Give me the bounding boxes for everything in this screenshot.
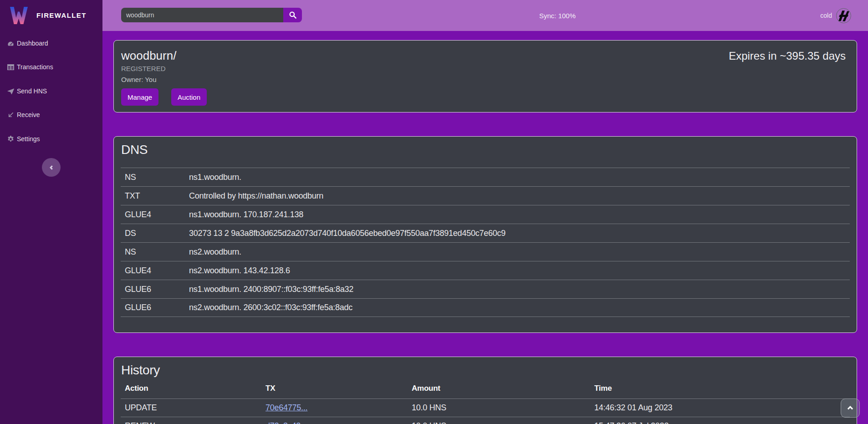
history-col-amount: Amount [412, 384, 594, 393]
dns-record-value: ns1.woodburn. [189, 173, 850, 182]
sidebar-collapse-button[interactable] [42, 158, 61, 177]
sidebar-item-transactions[interactable]: Transactions [7, 61, 53, 72]
chevron-up-icon [845, 403, 855, 413]
sidebar-item-settings[interactable]: Settings [7, 133, 40, 144]
history-time: 15:47:36 07 Jul 2023 [594, 421, 850, 424]
tx-link[interactable]: 70e64775... [266, 403, 307, 412]
domain-status: REGISTERED [121, 65, 166, 73]
sidebar-item-label: Dashboard [17, 40, 48, 47]
dashboard-icon [7, 40, 14, 47]
domain-name: woodburn/ [121, 49, 176, 63]
search-button[interactable] [283, 8, 302, 22]
sync-status: Sync: 100% [539, 12, 576, 20]
sidebar-item-receive[interactable]: Receive [7, 109, 40, 120]
sidebar: FIREWALLET Dashboard Transactions Send H… [0, 0, 102, 424]
dns-record-type: GLUE4 [121, 210, 189, 220]
history-action: UPDATE [121, 403, 266, 413]
sidebar-item-dashboard[interactable]: Dashboard [7, 38, 48, 49]
dns-record-row: GLUE6 ns2.woodburn. 2600:3c02::f03c:93ff… [121, 298, 850, 317]
dns-record-value: ns2.woodburn. [189, 247, 850, 257]
history-action: RENEW [121, 421, 266, 424]
main-content: woodburn/ REGISTERED Owner: You Expires … [102, 31, 868, 424]
dns-record-type: TXT [121, 191, 189, 201]
manage-button[interactable]: Manage [121, 88, 158, 106]
firewallet-logo-icon [9, 6, 28, 25]
dns-card: DNS NS ns1.woodburn. TXT Controlled by h… [113, 136, 857, 333]
topbar: Sync: 100% cold [102, 0, 868, 31]
dns-record-value: ns1.woodburn. 2400:8907::f03c:93ff:fe5a:… [189, 285, 850, 294]
dns-record-value: ns2.woodburn. 2600:3c02::f03c:93ff:fe5a:… [189, 303, 850, 312]
dns-record-type: GLUE4 [121, 266, 189, 276]
sidebar-item-label: Receive [17, 111, 40, 118]
dns-record-row: NS ns2.woodburn. [121, 242, 850, 261]
history-table-header: Action TX Amount Time [121, 381, 850, 398]
dns-record-type: NS [121, 173, 189, 182]
domain-card: woodburn/ REGISTERED Owner: You Expires … [113, 40, 857, 112]
dns-record-value: ns2.woodburn. 143.42.128.6 [189, 266, 850, 276]
dns-record-type: GLUE6 [121, 303, 189, 312]
gear-icon [7, 136, 14, 143]
chevron-left-icon [48, 164, 55, 171]
history-col-tx: TX [266, 384, 412, 393]
history-card: History Action TX Amount Time UPDATE 70e… [113, 357, 857, 424]
sidebar-item-label: Settings [17, 135, 40, 143]
history-amount: 10.0 HNS [412, 421, 594, 424]
search-group [121, 8, 302, 22]
history-row: RENEW d72e3c42... 10.0 HNS 15:47:36 07 J… [121, 417, 850, 424]
dns-table: NS ns1.woodburn. TXT Controlled by https… [121, 168, 850, 317]
wallet-name: cold [820, 12, 832, 19]
history-time: 14:46:32 01 Aug 2023 [594, 403, 850, 413]
send-icon [7, 88, 14, 95]
dns-record-row: GLUE6 ns1.woodburn. 2400:8907::f03c:93ff… [121, 280, 850, 298]
dns-record-type: GLUE6 [121, 285, 189, 294]
search-icon [289, 11, 297, 19]
domain-owner: Owner: You [121, 76, 157, 84]
brand[interactable]: FIREWALLET [9, 6, 87, 25]
dns-record-type: NS [121, 247, 189, 257]
history-col-time: Time [594, 384, 850, 393]
sidebar-item-label: Send HNS [17, 87, 47, 95]
receive-arrow-icon [7, 112, 14, 118]
sidebar-item-label: Transactions [17, 63, 53, 71]
table-icon [7, 64, 14, 71]
sidebar-item-send-hns[interactable]: Send HNS [7, 86, 47, 97]
scroll-to-top-button[interactable] [841, 398, 860, 418]
dns-record-type: DS [121, 229, 189, 238]
search-input[interactable] [121, 8, 283, 22]
account-avatar[interactable] [836, 8, 851, 23]
dns-record-row: GLUE4 ns2.woodburn. 143.42.128.6 [121, 261, 850, 280]
dns-record-row: NS ns1.woodburn. [121, 168, 850, 186]
dns-record-row: GLUE4 ns1.woodburn. 170.187.241.138 [121, 205, 850, 224]
brand-name: FIREWALLET [36, 11, 87, 19]
tx-link[interactable]: d72e3c42... [266, 421, 307, 424]
domain-expiry: Expires in ~395.35 days [729, 50, 846, 63]
history-amount: 10.0 HNS [412, 403, 594, 413]
auction-button[interactable]: Auction [171, 88, 207, 106]
dns-record-value: 30273 13 2 9a3a8fb3d625d2a2073d740f10da6… [189, 229, 850, 238]
dns-record-row: TXT Controlled by https://nathan.woodbur… [121, 186, 850, 205]
history-card-title: History [121, 363, 160, 378]
dns-card-title: DNS [121, 142, 148, 158]
handshake-logo-icon [837, 9, 850, 22]
history-tx-cell: 70e64775... [266, 403, 412, 413]
history-table: Action TX Amount Time UPDATE 70e64775...… [121, 381, 850, 424]
history-col-action: Action [121, 384, 266, 393]
history-tx-cell: d72e3c42... [266, 421, 412, 424]
dns-record-row: DS 30273 13 2 9a3a8fb3d625d2a2073d740f10… [121, 224, 850, 242]
dns-record-value: ns1.woodburn. 170.187.241.138 [189, 210, 850, 220]
history-row: UPDATE 70e64775... 10.0 HNS 14:46:32 01 … [121, 398, 850, 417]
user-group: cold [820, 0, 851, 31]
dns-record-value: Controlled by https://nathan.woodburn [189, 191, 850, 201]
